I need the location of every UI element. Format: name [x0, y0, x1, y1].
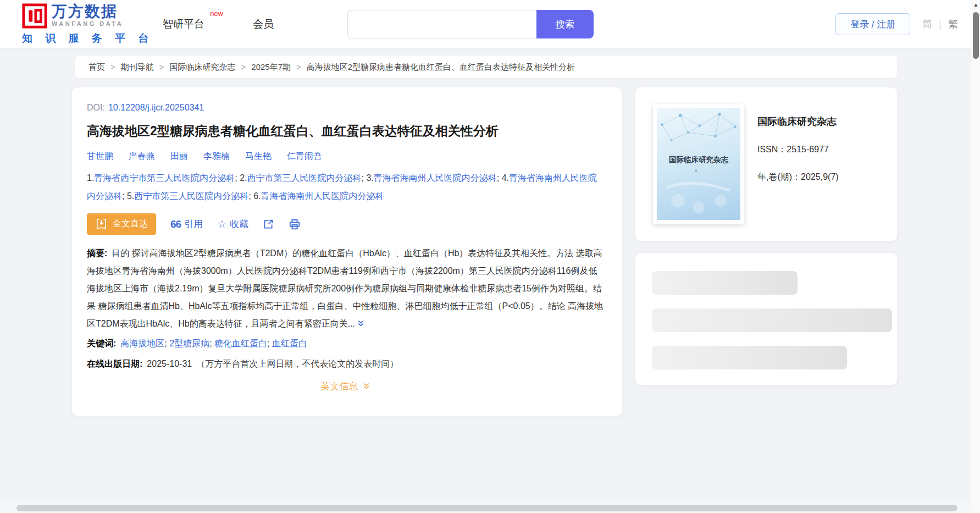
journal-cover[interactable]: 国际临床研究杂志 — [653, 104, 744, 224]
horizontal-scrollbar[interactable] — [0, 503, 971, 513]
affiliation-item: 2.西宁市第三人民医院内分泌科 — [240, 173, 366, 183]
keyword-link[interactable]: 2型糖尿病 — [169, 339, 214, 348]
abstract-label: 摘要: — [87, 249, 107, 258]
brand-en: WANFANG DATA — [52, 20, 123, 27]
keyword-link[interactable]: 血红蛋白 — [272, 339, 307, 348]
online-date-label: 在线出版日期: — [87, 359, 142, 368]
affiliation-item: 1.青海省西宁市第三人民医院内分泌科 — [87, 173, 240, 183]
affiliation-link[interactable]: 青海省海南州人民医院内分泌科 — [374, 173, 497, 183]
journal-volume: 年,卷(期)：2025,9(7) — [757, 172, 839, 183]
quote-icon: 66 — [170, 218, 181, 230]
article-card: DOI:10.12208/j.ijcr.20250341 高海拔地区2型糖尿病患… — [72, 87, 622, 416]
loading-skeleton — [635, 253, 897, 385]
lang-divider: | — [939, 19, 942, 30]
brand-cn: 万方数据 — [52, 3, 123, 20]
volume-value: 2025,9(7) — [801, 172, 839, 181]
login-register-button[interactable]: 登录 / 注册 — [835, 13, 910, 35]
site-header: 万方数据 WANFANG DATA 知 识 服 务 平 台 智研平台 new 会… — [0, 0, 980, 48]
abstract: 摘要:目的 探讨高海拔地区2型糖尿病患者（T2DM）的糖化血红蛋白（HbAlc）… — [87, 245, 605, 333]
wanfang-logo-icon — [22, 3, 47, 29]
svg-text:free: free — [99, 225, 106, 229]
keywords-label: 关键词: — [87, 339, 116, 348]
breadcrumb: 首页期刊导航国际临床研究杂志2025年7期高海拔地区2型糖尿病患者糖化血红蛋白、… — [75, 56, 897, 78]
english-info-label: 英文信息 — [321, 380, 358, 393]
english-info-toggle[interactable]: 英文信息 — [87, 380, 605, 393]
scroll-up-arrow-icon[interactable]: ▲ — [971, 2, 980, 8]
affiliation-link[interactable]: 西宁市第三人民医院内分泌科 — [134, 191, 248, 201]
share-button[interactable] — [263, 218, 274, 230]
doi-label: DOI: — [87, 103, 105, 112]
author-link[interactable]: 严春燕 — [129, 151, 155, 161]
nav-item-zhiyan[interactable]: 智研平台 new — [163, 17, 204, 31]
breadcrumb-item[interactable]: 期刊导航 — [105, 62, 154, 73]
expand-abstract-icon[interactable] — [356, 319, 366, 328]
breadcrumb-item[interactable]: 首页 — [88, 62, 105, 73]
cite-label: 引用 — [184, 218, 203, 230]
free-download-icon: free — [95, 218, 108, 230]
vertical-scrollbar[interactable]: ▲ — [971, 0, 980, 513]
chevron-double-down-icon — [362, 382, 371, 391]
actions-row: free 全文直达 66 引用 ☆ 收藏 — [87, 213, 605, 235]
search-input[interactable] — [347, 10, 536, 38]
issn-value: 2515-6977 — [787, 145, 829, 154]
brand-tagline: 知 识 服 务 平 台 — [22, 31, 153, 46]
author-link[interactable]: 马生艳 — [245, 151, 272, 161]
search-button[interactable]: 搜索 — [536, 10, 594, 38]
author-link[interactable]: 仁青闹吾 — [287, 151, 322, 161]
breadcrumb-item[interactable]: 国际临床研究杂志 — [154, 62, 236, 73]
new-badge: new — [210, 9, 223, 18]
vertical-scrollbar-thumb[interactable] — [973, 12, 979, 59]
nav-item-member[interactable]: 会员 — [253, 17, 274, 31]
affiliation-link[interactable]: 青海省西宁市第三人民医院内分泌科 — [94, 173, 235, 183]
journal-cover-title: 国际临床研究杂志 — [657, 155, 740, 165]
online-date: 在线出版日期:2025-10-31（万方平台首次上网日期，不代表论文的发表时间） — [87, 358, 605, 370]
print-icon — [289, 218, 301, 230]
keyword-link[interactable]: 高海拔地区 — [120, 339, 169, 348]
breadcrumb-item[interactable]: 2025年7期 — [236, 62, 291, 73]
breadcrumb-item: 高海拔地区2型糖尿病患者糖化血红蛋白、血红蛋白表达特征及相关性分析 — [291, 62, 575, 73]
star-icon: ☆ — [217, 218, 226, 230]
affiliation-num: 5. — [127, 191, 134, 201]
print-button[interactable] — [289, 218, 301, 230]
affiliation-num: 3. — [366, 173, 373, 183]
volume-label: 年,卷(期)： — [757, 172, 801, 181]
affiliation-num: 6. — [253, 191, 261, 201]
authors-list: 甘世鹏严春燕田丽李雅楠马生艳仁青闹吾 — [87, 151, 605, 162]
affiliation-num: 1. — [87, 173, 94, 183]
affiliation-item: 5.西宁市第三人民医院内分泌科 — [127, 191, 253, 201]
keyword-link[interactable]: 糖化血红蛋白 — [214, 339, 272, 348]
online-date-value: 2025-10-31 — [147, 359, 192, 368]
favorite-button[interactable]: ☆ 收藏 — [217, 218, 248, 230]
affiliations: 1.青海省西宁市第三人民医院内分泌科2.西宁市第三人民医院内分泌科3.青海省海南… — [87, 169, 605, 205]
journal-card: 国际临床研究杂志 国际临床研究杂志 ISSN：2515-6977 年,卷(期)：… — [635, 87, 897, 241]
fulltext-button[interactable]: free 全文直达 — [87, 213, 156, 235]
affiliation-link[interactable]: 西宁市第三人民医院内分泌科 — [247, 173, 362, 183]
affiliation-item: 3.青海省海南州人民医院内分泌科 — [366, 173, 501, 183]
doi-link[interactable]: 10.12208/j.ijcr.20250341 — [108, 103, 204, 112]
skeleton-bar — [652, 346, 847, 369]
keywords: 关键词:高海拔地区2型糖尿病糖化血红蛋白血红蛋白 — [87, 338, 605, 350]
lang-simplified[interactable]: 简 — [922, 18, 932, 31]
author-link[interactable]: 李雅楠 — [203, 151, 230, 161]
abstract-text: 目的 探讨高海拔地区2型糖尿病患者（T2DM）的糖化血红蛋白（HbAlc）、血红… — [87, 249, 603, 328]
lang-traditional[interactable]: 繁 — [948, 18, 958, 31]
article-title: 高海拔地区2型糖尿病患者糖化血红蛋白、血红蛋白表达特征及相关性分析 — [87, 123, 605, 140]
author-link[interactable]: 甘世鹏 — [87, 151, 113, 161]
journal-issn: ISSN：2515-6977 — [757, 144, 839, 156]
cite-button[interactable]: 66 引用 — [170, 218, 203, 230]
skeleton-bar — [652, 271, 798, 295]
journal-name[interactable]: 国际临床研究杂志 — [757, 115, 839, 128]
share-icon — [263, 218, 274, 230]
horizontal-scrollbar-thumb[interactable] — [16, 505, 957, 511]
favorite-label: 收藏 — [230, 218, 248, 230]
affiliation-num: 4. — [502, 173, 509, 183]
affiliation-num: 2. — [240, 173, 247, 183]
search-bar: 搜索 — [347, 10, 594, 38]
skeleton-bar — [652, 308, 892, 332]
author-link[interactable]: 田丽 — [170, 151, 188, 161]
affiliation-link[interactable]: 青海省海南州人民医院内分泌科 — [261, 191, 384, 201]
wanfang-logo[interactable]: 万方数据 WANFANG DATA 知 识 服 务 平 台 — [22, 3, 153, 46]
issn-label: ISSN： — [757, 145, 787, 154]
online-date-note: （万方平台首次上网日期，不代表论文的发表时间） — [196, 359, 398, 368]
fulltext-label: 全文直达 — [113, 218, 148, 230]
